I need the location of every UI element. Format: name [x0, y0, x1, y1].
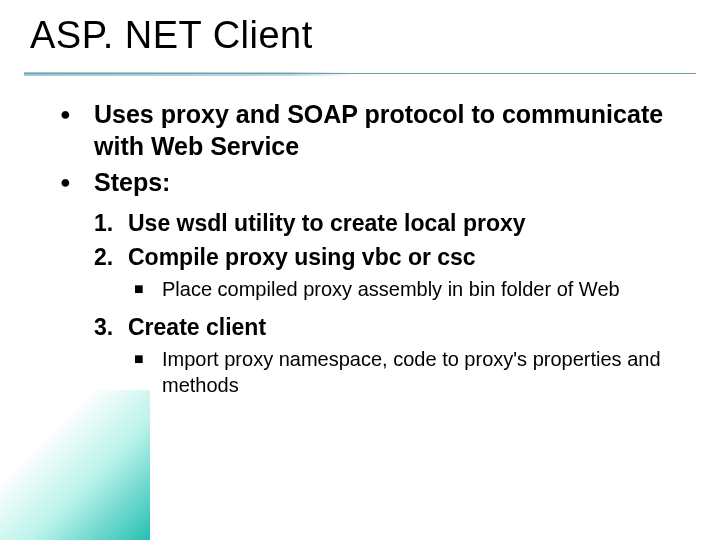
step-number: 2.	[94, 242, 128, 272]
sub-item: ■ Import proxy namespace, code to proxy'…	[134, 346, 690, 398]
step-number: 1.	[94, 208, 128, 238]
step-item: 2. Compile proxy using vbc or csc	[94, 242, 690, 272]
bullet-text: Uses proxy and SOAP protocol to communic…	[94, 98, 690, 162]
square-bullet-icon: ■	[134, 346, 162, 398]
bullet-item: ● Steps:	[60, 166, 690, 198]
step-number: 3.	[94, 312, 128, 342]
title-underline	[0, 72, 720, 76]
step-item: 1. Use wsdl utility to create local prox…	[94, 208, 690, 238]
square-bullet-icon: ■	[134, 276, 162, 302]
step-text: Create client	[128, 312, 266, 342]
slide-body: ● Uses proxy and SOAP protocol to commun…	[60, 98, 690, 408]
round-bullet-icon: ●	[60, 166, 94, 198]
decorative-corner	[0, 390, 150, 540]
step-item: 3. Create client	[94, 312, 690, 342]
sub-item: ■ Place compiled proxy assembly in bin f…	[134, 276, 690, 302]
round-bullet-icon: ●	[60, 98, 94, 162]
step-text: Use wsdl utility to create local proxy	[128, 208, 526, 238]
bullet-item: ● Uses proxy and SOAP protocol to commun…	[60, 98, 690, 162]
slide: ASP. NET Client ● Uses proxy and SOAP pr…	[0, 0, 720, 540]
sub-list: ■ Place compiled proxy assembly in bin f…	[134, 276, 690, 302]
sub-text: Import proxy namespace, code to proxy's …	[162, 346, 690, 398]
slide-title: ASP. NET Client	[30, 14, 313, 57]
bullet-text: Steps:	[94, 166, 170, 198]
numbered-list: 1. Use wsdl utility to create local prox…	[94, 208, 690, 398]
sub-text: Place compiled proxy assembly in bin fol…	[162, 276, 620, 302]
sub-list: ■ Import proxy namespace, code to proxy'…	[134, 346, 690, 398]
step-text: Compile proxy using vbc or csc	[128, 242, 476, 272]
